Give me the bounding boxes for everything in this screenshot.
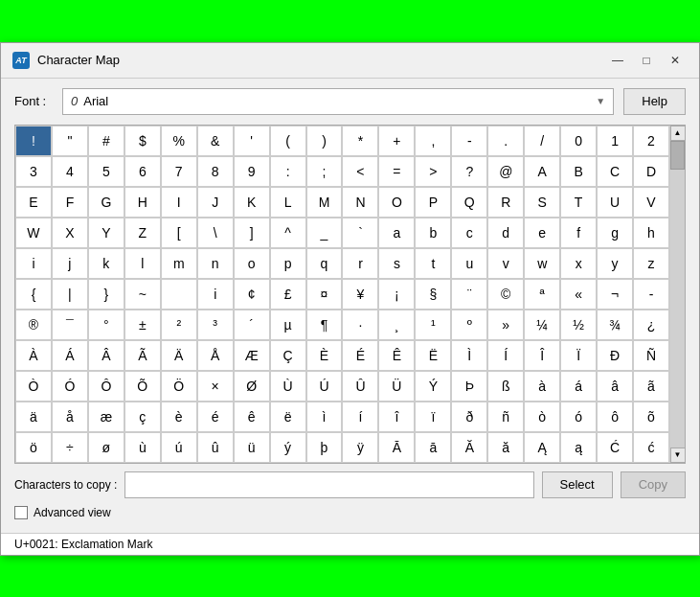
char-cell[interactable]: o (234, 248, 270, 279)
char-cell[interactable]: w (524, 248, 560, 279)
char-cell[interactable]: ² (161, 310, 197, 340)
char-cell[interactable]: s (378, 248, 415, 279)
char-cell[interactable]: â (597, 371, 633, 402)
char-cell[interactable]: Z (124, 218, 161, 248)
char-cell[interactable]: ò (524, 402, 560, 432)
char-cell[interactable]: F (52, 187, 88, 218)
char-cell[interactable]: í (342, 402, 378, 432)
char-cell[interactable]: t (415, 248, 451, 279)
char-cell[interactable]: é (197, 402, 234, 432)
char-cell[interactable]: ï (415, 402, 451, 432)
char-cell[interactable]: ° (88, 310, 124, 340)
char-cell[interactable]: B (560, 156, 597, 187)
char-cell[interactable]: å (52, 402, 88, 432)
copy-button[interactable]: Copy (621, 471, 686, 498)
char-cell[interactable]: 7 (161, 156, 197, 187)
char-cell[interactable]: i (197, 279, 234, 310)
char-cell[interactable]: × (197, 371, 234, 402)
char-cell[interactable]: ) (306, 126, 343, 156)
char-cell[interactable]: / (524, 126, 560, 156)
char-cell[interactable]: 4 (52, 156, 88, 187)
char-cell[interactable]: % (161, 126, 197, 156)
char-cell[interactable]: » (487, 310, 524, 340)
close-button[interactable]: ✕ (663, 51, 688, 70)
char-cell[interactable]: \ (197, 218, 234, 248)
char-cell[interactable]: ¸ (378, 310, 415, 340)
advanced-view-checkbox[interactable] (14, 506, 28, 519)
char-cell[interactable]: Ó (52, 371, 88, 402)
char-cell[interactable]: ã (633, 371, 669, 402)
char-cell[interactable]: I (161, 187, 197, 218)
char-cell[interactable]: ð (451, 402, 487, 432)
char-cell[interactable]: - (633, 279, 669, 310)
char-cell[interactable]: W (15, 218, 52, 248)
char-cell[interactable]: õ (633, 402, 669, 432)
char-cell[interactable]: æ (88, 402, 124, 432)
char-cell[interactable]: ` (342, 218, 378, 248)
minimize-button[interactable]: — (605, 51, 630, 70)
char-cell[interactable]: N (342, 187, 378, 218)
char-cell[interactable]: G (88, 187, 124, 218)
scroll-down-button[interactable]: ▼ (670, 448, 686, 463)
char-cell[interactable]: h (633, 218, 669, 248)
char-cell[interactable]: Ò (15, 371, 52, 402)
char-cell[interactable]: 8 (197, 156, 234, 187)
char-cell[interactable]: ø (88, 432, 124, 463)
scroll-track[interactable] (670, 141, 685, 448)
char-cell[interactable]: f (560, 218, 597, 248)
char-cell[interactable]: Ø (234, 371, 270, 402)
char-cell[interactable]: j (52, 248, 88, 279)
char-cell[interactable]: þ (306, 432, 343, 463)
char-cell[interactable]: Ñ (633, 340, 669, 371)
char-cell[interactable]: Ö (161, 371, 197, 402)
char-cell[interactable]: # (88, 126, 124, 156)
char-cell[interactable]: z (633, 248, 669, 279)
char-cell[interactable]: O (378, 187, 415, 218)
char-cell[interactable]: L (270, 187, 306, 218)
char-cell[interactable]: e (524, 218, 560, 248)
char-cell[interactable]: Â (88, 340, 124, 371)
char-cell[interactable]: ¾ (597, 310, 633, 340)
char-cell[interactable]: - (451, 126, 487, 156)
char-cell[interactable]: } (88, 279, 124, 310)
char-cell[interactable]: M (306, 187, 343, 218)
char-cell[interactable]: ā (415, 432, 451, 463)
char-cell[interactable]: , (415, 126, 451, 156)
char-cell[interactable]: Û (342, 371, 378, 402)
char-cell[interactable]: < (342, 156, 378, 187)
font-dropdown[interactable]: 0 Arial ▼ (62, 88, 614, 115)
char-cell[interactable]: Ç (270, 340, 306, 371)
char-cell[interactable]: . (487, 126, 524, 156)
char-cell[interactable]: ± (124, 310, 161, 340)
char-cell[interactable]: ÿ (342, 432, 378, 463)
char-cell[interactable]: 1 (597, 126, 633, 156)
char-cell[interactable]: Ë (415, 340, 451, 371)
char-cell[interactable]: Æ (234, 340, 270, 371)
char-cell[interactable]: Õ (124, 371, 161, 402)
char-cell[interactable]: É (342, 340, 378, 371)
char-cell[interactable]: ¶ (306, 310, 343, 340)
char-cell[interactable]: + (378, 126, 415, 156)
char-cell[interactable]: y (597, 248, 633, 279)
char-cell[interactable]: ć (633, 432, 669, 463)
char-cell[interactable]: ~ (124, 279, 161, 310)
char-cell[interactable]: Y (88, 218, 124, 248)
char-cell[interactable]: = (378, 156, 415, 187)
char-cell[interactable]: ] (234, 218, 270, 248)
char-cell[interactable]: ¿ (633, 310, 669, 340)
char-cell[interactable]: l (124, 248, 161, 279)
char-cell[interactable]: _ (306, 218, 343, 248)
char-cell[interactable]: Ć (597, 432, 633, 463)
char-cell[interactable]: E (15, 187, 52, 218)
char-cell[interactable]: á (560, 371, 597, 402)
scroll-thumb[interactable] (670, 141, 685, 170)
char-cell[interactable]: H (124, 187, 161, 218)
char-cell[interactable]: ? (451, 156, 487, 187)
char-cell[interactable]: 2 (633, 126, 669, 156)
char-cell[interactable]: V (633, 187, 669, 218)
char-cell[interactable]: è (161, 402, 197, 432)
char-cell[interactable]: ¤ (306, 279, 343, 310)
char-cell[interactable]: c (451, 218, 487, 248)
char-cell[interactable]: ô (597, 402, 633, 432)
char-cell[interactable]: û (197, 432, 234, 463)
